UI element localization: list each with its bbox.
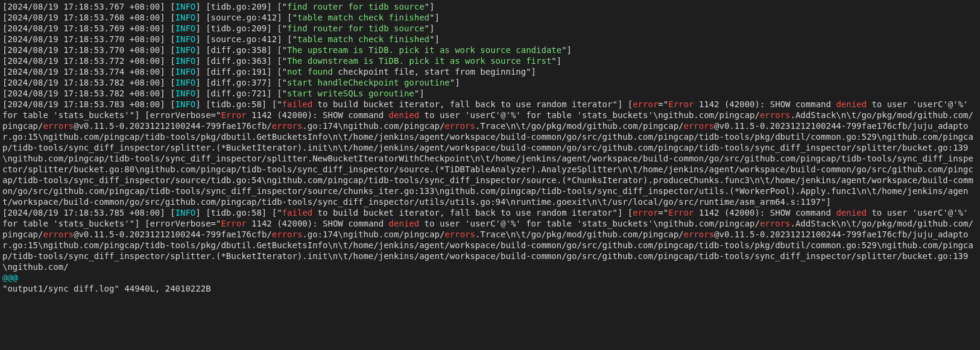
log-segment: .Trace\n\t/go/pkg/mod/github.com/pingcap… bbox=[475, 121, 684, 131]
log-segment: ] [tidb.go:209] [" bbox=[195, 2, 287, 11]
log-segment: "] bbox=[429, 13, 440, 22]
log-segment: to user 'userC'@'%' for table 'stats_buc… bbox=[419, 219, 760, 228]
log-segment: [2024/08/19 17:18:53.768 +08:00] [ bbox=[2, 13, 175, 22]
log-segment: 1142 (42000): SHOW command bbox=[247, 110, 389, 120]
log-segment: =" bbox=[658, 99, 668, 109]
log-segment: errors bbox=[760, 110, 791, 120]
log-segment: ] [tidb.go:58] [" bbox=[195, 208, 282, 217]
log-segment: INFO bbox=[175, 45, 196, 55]
log-segment: 1142 (42000): SHOW command bbox=[694, 208, 836, 217]
log-segment: to build bucket iterator, fall back to u… bbox=[312, 208, 633, 217]
log-segment: "] bbox=[425, 2, 435, 11]
log-line: [2024/08/19 17:18:53.782 +08:00] [INFO] … bbox=[2, 88, 978, 99]
log-segment: denied bbox=[389, 110, 420, 120]
log-segment: ] [diff.go:377] [" bbox=[195, 78, 287, 87]
log-segment: INFO bbox=[175, 23, 196, 33]
log-segment: The upstream is TiDB. pick it as work so… bbox=[287, 45, 561, 55]
log-segment: @v0.11.5-0.20231212100244-799fae176cfb/j… bbox=[2, 121, 973, 207]
log-segment: INFO bbox=[175, 56, 196, 66]
log-segment: .go:174\ngithub.com/pingcap/ bbox=[302, 121, 444, 131]
log-segment: [2024/08/19 17:18:53.782 +08:00] [ bbox=[2, 89, 175, 98]
log-segment: denied bbox=[836, 208, 867, 217]
log-segment: errors bbox=[272, 121, 303, 131]
log-segment: [2024/08/19 17:18:53.774 +08:00] [ bbox=[2, 67, 175, 77]
log-segment: Error bbox=[668, 208, 694, 217]
log-segment: denied bbox=[836, 99, 867, 109]
log-segment: find router for tidb source bbox=[287, 23, 425, 33]
log-segment: "] bbox=[561, 45, 572, 55]
log-line: [2024/08/19 17:18:53.785 +08:00] [INFO] … bbox=[2, 207, 978, 272]
log-segment: not found bbox=[287, 67, 333, 77]
log-segment: Error bbox=[221, 219, 246, 228]
log-segment: ] [diff.go:721] [" bbox=[195, 89, 287, 98]
log-segment: @@@ bbox=[2, 273, 17, 283]
log-segment: find router for tidb source bbox=[287, 2, 425, 11]
log-segment: errors bbox=[760, 219, 791, 228]
log-segment: failed bbox=[282, 99, 313, 109]
log-segment: The downstream is TiDB. pick it as work … bbox=[287, 56, 551, 66]
log-segment: failed bbox=[282, 208, 313, 217]
log-line: [2024/08/19 17:18:53.769 +08:00] [INFO] … bbox=[2, 23, 978, 34]
log-line: @@@ bbox=[2, 272, 978, 283]
log-segment: start writeSQLs goroutine bbox=[287, 89, 414, 98]
terminal-output[interactable]: [2024/08/19 17:18:53.767 +08:00] [INFO] … bbox=[0, 0, 980, 295]
log-line: [2024/08/19 17:18:53.783 +08:00] [INFO] … bbox=[2, 99, 978, 207]
log-segment: "] bbox=[425, 23, 435, 33]
log-segment: errors bbox=[43, 121, 74, 131]
log-segment: ] [tidb.go:209] [" bbox=[195, 23, 287, 33]
log-segment: "] bbox=[414, 89, 425, 98]
log-segment: INFO bbox=[175, 99, 196, 109]
log-segment: table match check finished bbox=[297, 34, 429, 44]
log-segment: "] bbox=[551, 56, 561, 66]
log-segment: [2024/08/19 17:18:53.783 +08:00] [ bbox=[2, 99, 175, 109]
log-segment: ] [diff.go:358] [" bbox=[195, 45, 287, 55]
log-segment: to user 'userC'@'%' for table 'stats_buc… bbox=[419, 110, 760, 120]
log-segment: .go:174\ngithub.com/pingcap/ bbox=[302, 230, 444, 239]
log-segment: INFO bbox=[175, 89, 196, 98]
log-line: [2024/08/19 17:18:53.770 +08:00] [INFO] … bbox=[2, 34, 978, 45]
log-segment: =" bbox=[658, 208, 668, 217]
log-segment: "] bbox=[429, 34, 440, 44]
log-segment: @v0.11.5-0.20231212100244-799fae176cfb/ bbox=[74, 230, 272, 239]
log-segment: checkpoint file, start from beginning"] bbox=[333, 67, 536, 77]
log-segment: [2024/08/19 17:18:53.785 +08:00] [ bbox=[2, 208, 175, 217]
log-segment: start handleCheckpoint goroutine bbox=[287, 78, 450, 87]
log-segment: INFO bbox=[175, 78, 196, 87]
log-segment: errors bbox=[444, 121, 475, 131]
log-segment: .Trace\n\t/go/pkg/mod/github.com/pingcap… bbox=[475, 230, 684, 239]
log-segment: Error bbox=[668, 99, 694, 109]
log-segment: table match check finished bbox=[297, 13, 429, 22]
log-segment: [2024/08/19 17:18:53.770 +08:00] [ bbox=[2, 45, 175, 55]
log-line: [2024/08/19 17:18:53.774 +08:00] [INFO] … bbox=[2, 66, 978, 77]
log-segment: errors bbox=[684, 230, 715, 239]
log-segment: @v0.11.5-0.20231212100244-799fae176cfb/ bbox=[74, 121, 272, 131]
log-segment: errors bbox=[272, 230, 303, 239]
log-segment: INFO bbox=[175, 67, 196, 77]
log-segment: [2024/08/19 17:18:53.772 +08:00] [ bbox=[2, 56, 175, 66]
log-line: [2024/08/19 17:18:53.767 +08:00] [INFO] … bbox=[2, 1, 978, 12]
log-segment: INFO bbox=[175, 34, 196, 44]
log-segment: ] [source.go:412] [" bbox=[195, 34, 297, 44]
log-segment: "] bbox=[450, 78, 460, 87]
log-segment: [2024/08/19 17:18:53.769 +08:00] [ bbox=[2, 23, 175, 33]
log-segment: to build bucket iterator, fall back to u… bbox=[312, 99, 633, 109]
log-segment: 1142 (42000): SHOW command bbox=[247, 219, 389, 228]
log-segment: INFO bbox=[175, 13, 196, 22]
log-segment: errors bbox=[444, 230, 475, 239]
log-segment: ] [tidb.go:58] [" bbox=[195, 99, 282, 109]
log-segment: [2024/08/19 17:18:53.782 +08:00] [ bbox=[2, 78, 175, 87]
log-segment: Error bbox=[221, 110, 246, 120]
log-segment: ] [source.go:412] [" bbox=[195, 13, 297, 22]
log-segment: 1142 (42000): SHOW command bbox=[694, 99, 836, 109]
log-line: [2024/08/19 17:18:53.782 +08:00] [INFO] … bbox=[2, 77, 978, 88]
log-segment: errors bbox=[684, 121, 715, 131]
log-segment: ] [diff.go:363] [" bbox=[195, 56, 287, 66]
log-segment: INFO bbox=[175, 2, 196, 11]
log-segment: INFO bbox=[175, 208, 196, 217]
log-line: [2024/08/19 17:18:53.770 +08:00] [INFO] … bbox=[2, 45, 978, 55]
log-segment: error bbox=[633, 99, 658, 109]
log-segment: [2024/08/19 17:18:53.767 +08:00] [ bbox=[2, 2, 175, 11]
log-segment: errors bbox=[43, 230, 74, 239]
vim-status-line: "output1/sync diff.log" 44940L, 24010222… bbox=[2, 283, 978, 294]
log-segment: error bbox=[633, 208, 658, 217]
